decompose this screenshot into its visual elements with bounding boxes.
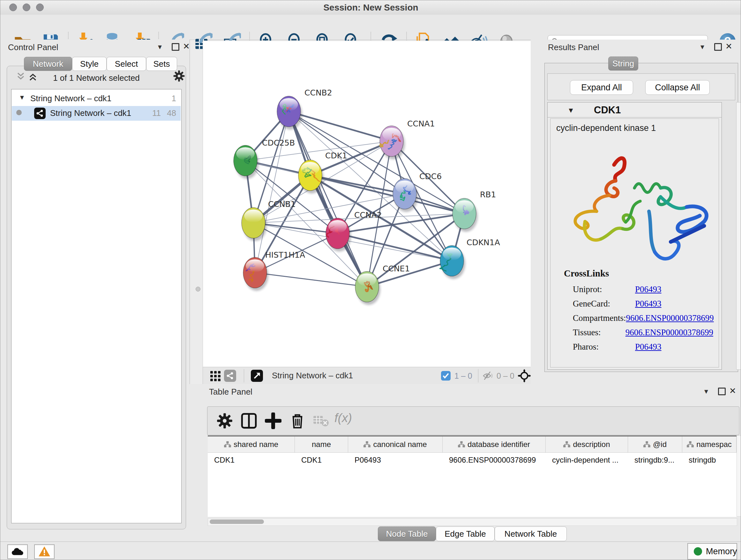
edge-CCNB2-CCNE1[interactable] — [289, 111, 367, 287]
collapse-all-button[interactable]: Collapse All — [645, 80, 710, 95]
column-header-canonical-name[interactable]: canonical name — [348, 436, 443, 452]
selected-checkbox-icon[interactable] — [441, 371, 451, 381]
zoom-window-button[interactable] — [36, 3, 44, 11]
node-CDKN1A[interactable]: CDKN1A — [440, 238, 500, 279]
table-body: CDK1CDK1P064939606.ENSP00000378699cyclin… — [208, 453, 737, 467]
control-panel-collapse-icon[interactable]: ▼ — [157, 44, 163, 51]
table-panel-title: Table Panel — [209, 387, 253, 397]
table-panel-collapse-icon[interactable]: ▼ — [703, 388, 710, 395]
delete-column-trash-icon[interactable] — [289, 413, 306, 429]
table-row[interactable]: CDK1CDK1P064939606.ENSP00000378699cyclin… — [208, 453, 737, 467]
table-panel: Table Panel ▼ ✕ f(x) shared namenamecano… — [190, 384, 741, 542]
node-CCNB2[interactable]: CCNB2 — [277, 88, 332, 130]
collection-expander-icon[interactable]: ▼ — [19, 94, 25, 101]
crosslinks-title: CrossLinks — [564, 268, 609, 279]
edge-CCNB2-HIST1H1A[interactable] — [255, 111, 289, 273]
control-panel-close-icon[interactable]: ✕ — [183, 42, 190, 51]
tab-node-table[interactable]: Node Table — [378, 526, 436, 541]
birdseye-view-icon[interactable] — [518, 369, 531, 382]
results-scrollbar[interactable] — [736, 102, 741, 370]
table-options-gear-icon[interactable] — [216, 413, 233, 429]
gene-expander-icon[interactable]: ▼ — [567, 106, 575, 115]
control-panel-title: Control Panel — [8, 43, 58, 52]
crosslink-row: GeneCard:P06493 — [573, 297, 713, 311]
network-node-count: 11 — [152, 108, 161, 118]
table-panel-float-icon[interactable] — [718, 388, 726, 395]
tab-network-table[interactable]: Network Table — [495, 526, 567, 541]
table-horizontal-scrollbar[interactable] — [208, 518, 737, 526]
table-cell[interactable]: stringdb:9... — [628, 453, 682, 467]
memory-button[interactable]: Memory — [687, 543, 737, 560]
crosslink-value-link[interactable]: P06493 — [635, 285, 662, 294]
node-label-CCNA1: CCNA1 — [407, 119, 435, 128]
network-panel-box: 1 of 1 Network selected ▼ String Network… — [7, 66, 186, 530]
node-CCNB1[interactable]: CCNB1 — [242, 199, 296, 241]
column-header-namespac[interactable]: namespac — [682, 436, 737, 452]
warning-button[interactable] — [34, 544, 55, 559]
column-header--id[interactable]: @id — [628, 436, 682, 452]
network-row-selected[interactable]: String Network – cdk1 11 48 — [12, 106, 181, 121]
results-panel-collapse-icon[interactable]: ▼ — [699, 44, 705, 51]
column-header-database-identifier[interactable]: database identifier — [443, 436, 546, 452]
table-cell[interactable]: 9606.ENSP00000378699 — [443, 453, 546, 467]
crosslink-row: Uniprot:P06493 — [573, 282, 713, 297]
network-canvas[interactable]: CCNB2CCNA1CDC25BCDK1CDC6RB1CCNB1CCNA2CDK… — [203, 41, 531, 368]
column-header-label: namespac — [696, 440, 732, 449]
results-panel-float-icon[interactable] — [714, 43, 722, 51]
table-cell[interactable]: CDK1 — [295, 453, 348, 467]
network-options-gear-icon[interactable] — [173, 70, 185, 82]
results-panel-title: Results Panel — [548, 43, 599, 52]
crosslink-value-link[interactable]: 9606.ENSP00000378699 — [625, 327, 713, 337]
results-panel-close-icon[interactable]: ✕ — [725, 42, 732, 51]
toolbar-separator — [244, 369, 244, 382]
left-splitter-handle[interactable] — [196, 287, 200, 292]
network-view-share-icon[interactable] — [224, 370, 236, 382]
toolbar-separator — [478, 369, 478, 382]
tab-network[interactable]: Network — [24, 57, 72, 71]
table-cell[interactable]: cyclin-dependent ... — [546, 453, 628, 467]
edge-HIST1H1A-CCNE1[interactable] — [255, 273, 367, 287]
node-RB1[interactable]: RB1 — [453, 190, 496, 232]
node-CCNE1[interactable]: CCNE1 — [355, 264, 410, 305]
table-horizontal-scroll-thumb[interactable] — [210, 519, 264, 524]
show-columns-icon[interactable] — [241, 413, 257, 429]
minimize-window-button[interactable] — [23, 3, 30, 11]
crosslink-row: Pharos:P06493 — [573, 340, 713, 354]
tab-sets[interactable]: Sets — [146, 57, 177, 71]
table-panel-close-icon[interactable]: ✕ — [729, 386, 736, 396]
crosslink-value-link[interactable]: P06493 — [635, 342, 662, 352]
node-table[interactable]: shared namenamecanonical namedatabase id… — [208, 435, 737, 517]
network-collection-row[interactable]: ▼ String Network – cdk1 1 — [12, 91, 181, 106]
network-view-title: String Network – cdk1 — [272, 371, 353, 381]
create-column-plus-icon[interactable] — [265, 413, 281, 429]
expand-all-button[interactable]: Expand All — [570, 80, 633, 95]
node-CCNA1[interactable]: CCNA1 — [380, 119, 435, 159]
close-window-button[interactable] — [9, 3, 17, 11]
grid-view-icon[interactable] — [210, 371, 221, 381]
table-cell[interactable]: stringdb — [682, 453, 737, 467]
column-header-label: database identifier — [468, 440, 530, 449]
control-panel-float-icon[interactable] — [172, 43, 179, 51]
crosslink-value-link[interactable]: 9606.ENSP00000378699 — [626, 313, 714, 323]
column-header-name[interactable]: name — [295, 436, 348, 452]
tab-edge-table[interactable]: Edge Table — [436, 526, 495, 541]
table-cell[interactable]: CDK1 — [208, 453, 295, 467]
open-in-window-icon[interactable] — [251, 370, 263, 382]
column-header-shared-name[interactable]: shared name — [208, 436, 295, 452]
node-label-CCNB1: CCNB1 — [268, 199, 296, 209]
tab-select[interactable]: Select — [107, 57, 146, 71]
collection-label: String Network – cdk1 — [30, 94, 111, 104]
column-header-description[interactable]: description — [546, 436, 628, 452]
node-CDC25B[interactable]: CDC25B — [233, 138, 295, 179]
crosslink-value-link[interactable]: P06493 — [635, 299, 662, 309]
node-label-CCNE1: CCNE1 — [383, 264, 410, 273]
cloud-button[interactable] — [7, 544, 28, 559]
node-HIST1H1A[interactable]: HIST1H1A — [243, 250, 305, 291]
table-vertical-scrollbar[interactable] — [737, 435, 741, 516]
crosslink-label: GeneCard: — [573, 299, 635, 309]
tab-string[interactable]: String — [608, 57, 638, 71]
edge-CCNB2-CCNA1[interactable] — [289, 111, 392, 141]
table-cell[interactable]: P06493 — [348, 453, 443, 467]
tab-style[interactable]: Style — [72, 57, 107, 71]
protein-structure-image — [553, 138, 716, 264]
